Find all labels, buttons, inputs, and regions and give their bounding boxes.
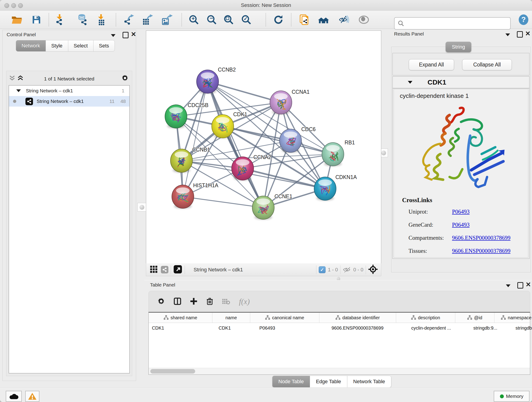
tab-network[interactable]: Network [16, 40, 46, 51]
table-horizontal-scrollbar[interactable] [149, 368, 530, 375]
edge-CCNB2-HIST1H1A[interactable] [183, 82, 208, 197]
node-CCNA1[interactable] [270, 91, 292, 114]
table-cell[interactable]: cyclin-dependent ... [408, 323, 470, 333]
duplicate-network-button[interactable] [299, 14, 310, 26]
column-header-namespace[interactable]: namespace [494, 313, 532, 323]
table-cell[interactable]: 9606.ENSP00000378699 [328, 323, 408, 333]
birds-eye-view-button[interactable] [150, 265, 158, 274]
table-cell[interactable]: P06493 [256, 323, 328, 333]
zoom-out-button[interactable]: − [206, 14, 217, 26]
first-neighbors-button[interactable] [318, 14, 329, 26]
expand-all-button[interactable]: Expand All [409, 59, 454, 70]
crosslink-value-link[interactable]: P06493 [452, 222, 469, 228]
import-network-button[interactable] [55, 14, 66, 26]
export-network-button[interactable] [123, 14, 135, 26]
column-header-database-identifier[interactable]: database identifier [319, 313, 396, 323]
function-builder-button[interactable]: f(x) [239, 297, 250, 306]
results-panel-float-button[interactable] [517, 31, 523, 38]
tab-string[interactable]: String [446, 42, 471, 52]
gene-expander-icon[interactable] [408, 81, 412, 84]
delete-table-button[interactable] [222, 298, 230, 306]
network-canvas[interactable]: CCNB2CCNA1CDC25BCDK1CDC6RB1CCNB1CCNA2CDK… [146, 31, 381, 264]
node-CDC6[interactable] [279, 129, 302, 153]
table-options-gear-button[interactable] [157, 298, 165, 306]
memory-status-dot [500, 395, 504, 398]
network-graph[interactable]: CCNB2CCNA1CDC25BCDK1CDC6RB1CCNB1CCNA2CDK… [146, 31, 381, 263]
results-panel-close-button[interactable]: ✕ [525, 31, 530, 36]
scrollbar-thumb[interactable] [150, 369, 195, 374]
node-CDC25B[interactable] [165, 105, 187, 128]
delete-column-button[interactable] [206, 298, 213, 306]
search-input[interactable] [406, 20, 510, 27]
create-column-button[interactable] [190, 298, 197, 306]
table-panel-collapse-button[interactable] [506, 284, 510, 288]
tab-network-table[interactable]: Network Table [347, 376, 391, 388]
crosslink-value-link[interactable]: 9606.ENSP00000378699 [452, 248, 510, 254]
tab-style[interactable]: Style [46, 40, 68, 51]
table-cell[interactable]: stringdb [512, 323, 532, 333]
import-network-from-database-button[interactable] [77, 14, 89, 26]
collapse-all-button[interactable]: Collapse All [462, 59, 512, 70]
node-CCNB2[interactable] [196, 70, 219, 94]
selected-nodes-checkbox[interactable]: ✓ [319, 266, 326, 273]
node-CDK1[interactable] [212, 115, 234, 138]
column-header-canonical-name[interactable]: canonical name [250, 313, 319, 323]
tab-node-table[interactable]: Node Table [272, 376, 310, 388]
column-header--id[interactable]: @id [455, 313, 494, 323]
collection-expander-icon[interactable] [16, 89, 21, 92]
results-panel-collapse-button[interactable] [505, 33, 510, 37]
hidden-eye-icon[interactable] [343, 267, 351, 273]
control-panel-float-button[interactable] [123, 32, 128, 39]
column-header-name[interactable]: name [212, 313, 250, 323]
memory-button[interactable]: Memory [494, 391, 530, 402]
control-panel-collapse-button[interactable] [111, 34, 115, 38]
table-panel-float-button[interactable] [517, 282, 523, 289]
gene-header-row[interactable]: CDK1 [393, 77, 529, 89]
zoom-in-button[interactable]: + [188, 14, 200, 26]
crosslink-value-link[interactable]: 9606.ENSP00000378699 [452, 235, 510, 241]
show-columns-button[interactable] [174, 298, 181, 306]
tab-select[interactable]: Select [68, 40, 94, 51]
zoom-selected-button[interactable]: ✓ [241, 14, 252, 26]
node-label-CDK1: CDK1 [233, 111, 247, 117]
show-all-button[interactable] [358, 14, 370, 26]
export-table-button[interactable] [142, 14, 153, 26]
column-header-description[interactable]: description [396, 313, 455, 323]
apply-layout-button[interactable] [273, 14, 284, 26]
tab-sets[interactable]: Sets [94, 40, 115, 51]
open-session-button[interactable] [11, 14, 23, 26]
column-header-shared-name[interactable]: shared name [149, 313, 212, 323]
import-table-button[interactable] [96, 14, 107, 26]
network-collection-row[interactable]: String Network – cdk1 1 [9, 85, 129, 96]
node-CCNB1[interactable] [171, 149, 192, 172]
table-cell[interactable]: stringdb:9... [470, 323, 512, 333]
edge-HIST1H1A-CCNE1[interactable] [183, 197, 263, 208]
fit-selected-button[interactable] [368, 264, 378, 275]
table-panel-close-button[interactable]: ✕ [526, 282, 531, 287]
node-RB1[interactable] [322, 143, 344, 166]
node-CDKN1A[interactable] [314, 177, 336, 201]
network-row[interactable]: String Network – cdk1 11 48 [9, 96, 129, 107]
crosslink-value-link[interactable]: P06493 [452, 209, 469, 215]
save-session-button[interactable] [31, 14, 42, 26]
edge-CCNB2-CCNE1[interactable] [208, 82, 263, 208]
zoom-fit-button[interactable] [223, 14, 234, 26]
table-cell[interactable]: CDK1 [149, 323, 215, 333]
network-app-badge[interactable] [161, 266, 168, 274]
help-button[interactable]: ? [518, 14, 529, 26]
node-HIST1H1A[interactable] [172, 185, 194, 209]
node-label-CCNB2: CCNB2 [218, 67, 236, 73]
detach-view-button[interactable] [173, 265, 182, 275]
table-row[interactable]: CDK1CDK1P064939606.ENSP00000378699cyclin… [149, 323, 530, 333]
tab-edge-table[interactable]: Edge Table [310, 376, 347, 388]
hide-selected-button[interactable] [339, 14, 350, 26]
network-options-gear-button[interactable] [121, 75, 128, 83]
left-splitter-grip[interactable] [138, 203, 146, 211]
node-CCNE1[interactable] [252, 196, 274, 220]
warnings-button[interactable] [25, 391, 39, 402]
table-cell[interactable]: CDK1 [215, 323, 256, 333]
control-panel-close-button[interactable]: ✕ [131, 32, 136, 37]
cloud-status-button[interactable] [6, 391, 22, 402]
node-CCNA2[interactable] [232, 157, 254, 180]
export-image-button[interactable] [162, 14, 173, 26]
